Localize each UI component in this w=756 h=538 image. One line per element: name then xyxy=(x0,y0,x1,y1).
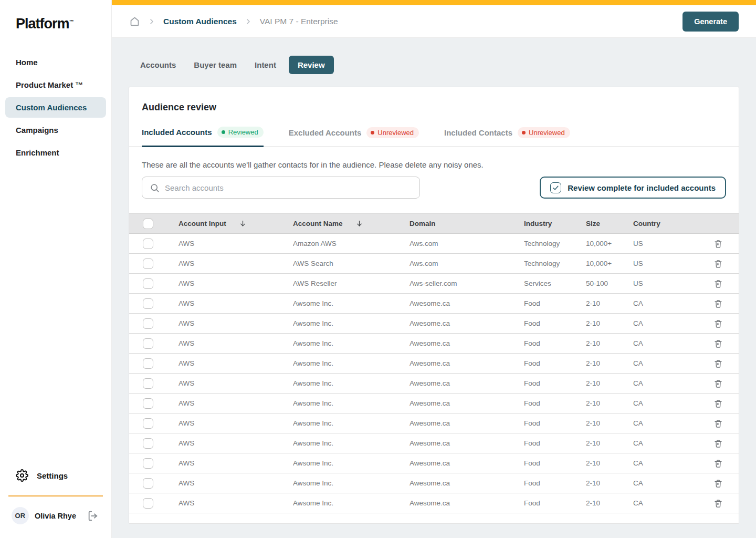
cell-country: CA xyxy=(633,499,698,507)
sidebar-nav: Home Product Market ™ Custom Audiences C… xyxy=(0,52,111,163)
trash-icon xyxy=(713,359,723,368)
cell-account-input: AWS xyxy=(178,399,293,407)
cell-domain: Awesome.ca xyxy=(410,359,524,367)
column-header-size: Size xyxy=(586,220,600,227)
trash-icon xyxy=(713,379,723,388)
row-checkbox[interactable] xyxy=(143,498,153,509)
trash-icon xyxy=(713,279,723,288)
trash-icon xyxy=(713,399,723,408)
cell-domain: Awesome.ca xyxy=(410,319,524,327)
delete-row-button[interactable] xyxy=(712,277,724,290)
cell-country: CA xyxy=(633,379,698,387)
tab-accounts[interactable]: Accounts xyxy=(135,56,181,74)
cell-account-input: AWS xyxy=(178,459,293,467)
cell-account-name: Amazon AWS xyxy=(293,240,410,247)
cell-domain: Awesome.ca xyxy=(410,299,524,307)
column-header-industry: Industry xyxy=(524,220,552,227)
generate-button[interactable]: Generate xyxy=(682,12,739,32)
sidebar-item-home[interactable]: Home xyxy=(5,52,106,73)
row-checkbox[interactable] xyxy=(143,438,153,449)
row-checkbox[interactable] xyxy=(143,398,153,409)
subtab-included-contacts[interactable]: Included Contacts Unreviewed xyxy=(444,127,570,146)
cell-size: 2-10 xyxy=(586,499,633,507)
search-input[interactable] xyxy=(165,183,412,192)
trash-icon xyxy=(713,419,723,428)
row-checkbox[interactable] xyxy=(143,418,153,429)
search-box xyxy=(142,177,420,199)
tab-review[interactable]: Review xyxy=(289,56,334,74)
select-all-checkbox[interactable] xyxy=(143,219,153,229)
delete-row-button[interactable] xyxy=(712,337,724,350)
column-header-account-name: Account Name xyxy=(293,220,343,227)
user-profile[interactable]: OR Olivia Rhye xyxy=(0,505,111,526)
delete-row-button[interactable] xyxy=(712,437,724,450)
status-dot xyxy=(522,131,526,134)
avatar: OR xyxy=(12,507,29,524)
cell-country: US xyxy=(633,240,698,247)
home-icon[interactable] xyxy=(129,16,140,27)
column-header-account-input: Account Input xyxy=(178,220,226,227)
row-checkbox[interactable] xyxy=(143,458,153,469)
subtab-included-accounts[interactable]: Included Accounts Reviewed xyxy=(142,127,264,147)
status-badge-reviewed: Reviewed xyxy=(217,127,264,138)
delete-row-button[interactable] xyxy=(712,257,724,270)
cell-account-input: AWS xyxy=(178,299,293,307)
delete-row-button[interactable] xyxy=(712,357,724,370)
cell-domain: Awesome.ca xyxy=(410,479,524,487)
delete-row-button[interactable] xyxy=(712,377,724,390)
delete-row-button[interactable] xyxy=(712,237,724,250)
tab-intent[interactable]: Intent xyxy=(249,56,281,74)
row-checkbox[interactable] xyxy=(143,239,153,249)
settings-button[interactable]: Settings xyxy=(0,463,111,488)
review-complete-button[interactable]: Review complete for included accounts xyxy=(540,177,726,199)
table-row: AWS Awsome Inc. Awesome.ca Food 2-10 CA xyxy=(129,374,739,394)
delete-row-button[interactable] xyxy=(712,477,724,490)
cell-size: 50-100 xyxy=(586,280,633,287)
cell-account-name: Awsome Inc. xyxy=(293,359,410,367)
breadcrumb-custom-audiences[interactable]: Custom Audiences xyxy=(163,17,237,26)
cell-industry: Technology xyxy=(524,260,586,267)
table-row: AWS Awsome Inc. Awesome.ca Food 2-10 CA xyxy=(129,433,739,453)
sidebar-item-enrichment[interactable]: Enrichment xyxy=(5,142,106,163)
logout-button[interactable] xyxy=(86,509,100,523)
delete-row-button[interactable] xyxy=(712,397,724,410)
delete-row-button[interactable] xyxy=(712,417,724,430)
row-checkbox[interactable] xyxy=(143,338,153,349)
sort-descending-icon[interactable] xyxy=(239,220,247,227)
cell-size: 2-10 xyxy=(586,339,633,347)
sidebar-item-campaigns[interactable]: Campaigns xyxy=(5,120,106,140)
table-row: AWS Awsome Inc. Awesome.ca Food 2-10 CA xyxy=(129,493,739,513)
tab-buyer-team[interactable]: Buyer team xyxy=(188,56,242,74)
sidebar-item-product-market[interactable]: Product Market ™ xyxy=(5,75,106,95)
table-row: AWS AWS Search Aws.com Technology 10,000… xyxy=(129,254,739,274)
subtab-excluded-accounts[interactable]: Excluded Accounts Unreviewed xyxy=(289,127,419,146)
cell-size: 10,000+ xyxy=(586,240,633,247)
table-row: AWS Awsome Inc. Awesome.ca Food 2-10 CA xyxy=(129,473,739,493)
row-checkbox[interactable] xyxy=(143,318,153,329)
row-checkbox[interactable] xyxy=(143,478,153,489)
cell-country: CA xyxy=(633,419,698,427)
row-checkbox[interactable] xyxy=(143,278,153,289)
accounts-table: Account Input Account Name Domain Indust… xyxy=(129,213,739,523)
cell-domain: Aws.com xyxy=(410,260,524,267)
row-checkbox[interactable] xyxy=(143,298,153,309)
delete-row-button[interactable] xyxy=(712,457,724,470)
cell-size: 2-10 xyxy=(586,319,633,327)
delete-row-button[interactable] xyxy=(712,497,724,510)
sidebar-item-custom-audiences[interactable]: Custom Audiences xyxy=(5,97,106,118)
cell-industry: Food xyxy=(524,339,586,347)
cell-account-name: Awsome Inc. xyxy=(293,439,410,447)
search-icon xyxy=(150,183,160,193)
cell-account-name: Awsome Inc. xyxy=(293,319,410,327)
delete-row-button[interactable] xyxy=(712,297,724,310)
delete-row-button[interactable] xyxy=(712,317,724,330)
row-checkbox[interactable] xyxy=(143,258,153,269)
cell-account-input: AWS xyxy=(178,319,293,327)
cell-account-input: AWS xyxy=(178,339,293,347)
cell-domain: Aws.com xyxy=(410,240,524,247)
sort-descending-icon[interactable] xyxy=(355,220,363,227)
cell-country: CA xyxy=(633,319,698,327)
row-checkbox[interactable] xyxy=(143,358,153,369)
row-checkbox[interactable] xyxy=(143,378,153,389)
cell-account-name: Awsome Inc. xyxy=(293,419,410,427)
